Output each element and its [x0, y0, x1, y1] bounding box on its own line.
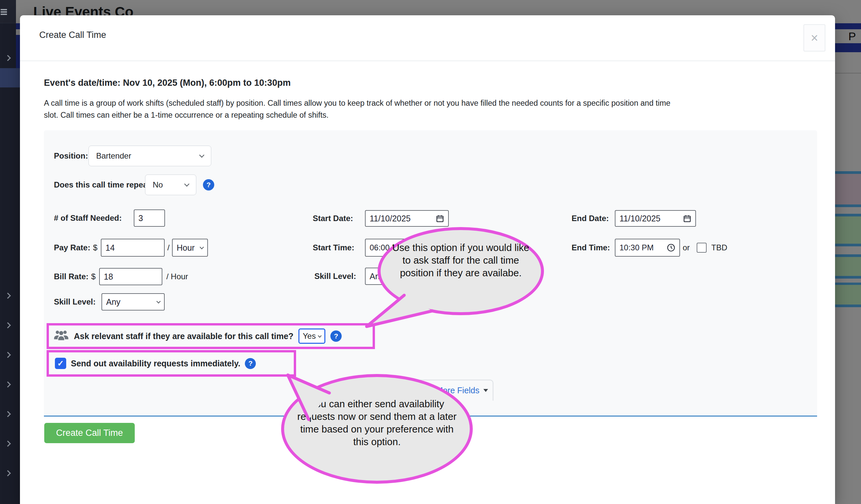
- people-icon: [54, 329, 69, 343]
- modal-title: Create Call Time: [39, 30, 106, 40]
- currency-symbol: $: [93, 243, 97, 252]
- position-value: Bartender: [96, 151, 131, 160]
- question-glyph: ?: [334, 332, 338, 340]
- repeat-value: No: [153, 180, 163, 190]
- event-datetime-heading: Event's date/time: Nov 10, 2025 (Mon), 6…: [44, 78, 291, 88]
- or-label: or: [683, 239, 690, 257]
- currency-symbol: $: [91, 272, 95, 281]
- ask-available-help-icon[interactable]: ?: [330, 331, 342, 342]
- question-glyph: ?: [207, 181, 211, 189]
- ask-callout-text: Use this option if you would like to ask…: [387, 241, 534, 279]
- skill-level-value: Any: [106, 297, 120, 307]
- pay-rate-unit-value: Hour: [177, 243, 195, 253]
- bill-rate-unit: / Hour: [166, 268, 188, 285]
- send-callout-bubble: You can either send availability request…: [281, 374, 473, 484]
- start-date-label: Start Date:: [313, 214, 353, 223]
- check-icon: ✓: [57, 359, 64, 368]
- bill-rate-label: Bill Rate:: [54, 272, 88, 281]
- start-date-input[interactable]: 11/10/2025: [365, 210, 449, 227]
- screen: Live Events Co P Create Call Time: [0, 0, 861, 504]
- close-button[interactable]: ×: [804, 24, 825, 52]
- start-time-label: Start Time:: [313, 243, 354, 252]
- chevron-down-icon: [318, 334, 322, 337]
- description-line-1: A call time is a group of work shifts (s…: [44, 99, 670, 107]
- repeat-help-icon[interactable]: ?: [203, 179, 214, 191]
- send-immediately-label: Send out availability requests immediate…: [71, 359, 240, 368]
- chevron-down-icon: [156, 299, 161, 304]
- calendar-icon[interactable]: [436, 214, 444, 223]
- description-line-2: slot. Call times can either be a 1-time …: [44, 111, 329, 120]
- end-time-label: End Time:: [572, 243, 610, 252]
- end-time-value: 10:30 PM: [619, 243, 654, 252]
- skill-level-select[interactable]: Any: [101, 293, 165, 310]
- ask-callout-bubble: Use this option if you would like to ask…: [378, 227, 544, 315]
- chevron-down-icon: [200, 245, 204, 249]
- tbd-checkbox[interactable]: [697, 243, 707, 253]
- bill-rate-value: 18: [104, 272, 113, 282]
- chevron-down-icon: [199, 152, 205, 157]
- clock-icon[interactable]: [667, 243, 675, 252]
- sidebar-item-active[interactable]: [0, 68, 20, 87]
- header-divider: [20, 60, 835, 61]
- staff-needed-input[interactable]: 3: [134, 209, 165, 227]
- pay-rate-input[interactable]: 14: [101, 239, 165, 257]
- send-immediately-help-icon[interactable]: ?: [245, 358, 256, 369]
- ask-available-highlight: Ask relevant staff if they are available…: [46, 323, 375, 349]
- position-select[interactable]: Bartender: [88, 145, 211, 166]
- pay-rate-label: Pay Rate:: [54, 243, 90, 252]
- send-callout-text: You can either send availability request…: [293, 397, 461, 448]
- skill-level-label: Skill Level:: [54, 297, 95, 307]
- rate-divider: /: [167, 239, 170, 257]
- mid-skill-level-label: Skill Level:: [314, 271, 356, 281]
- calendar-icon[interactable]: [683, 214, 691, 223]
- ask-available-label: Ask relevant staff if they are available…: [74, 332, 293, 341]
- chevron-down-icon: [184, 181, 190, 186]
- send-immediately-highlight: ✓ Send out availability requests immedia…: [46, 350, 296, 377]
- pay-rate-value: 14: [106, 243, 115, 253]
- staff-needed-value: 3: [138, 213, 143, 223]
- repeat-select[interactable]: No: [145, 174, 196, 195]
- triangle-down-icon: [483, 389, 488, 392]
- pay-rate-unit-select[interactable]: Hour: [172, 239, 208, 257]
- end-time-input[interactable]: 10:30 PM: [615, 239, 680, 257]
- hamburger-menu-icon[interactable]: [1, 9, 7, 15]
- tbd-label: TBD: [711, 239, 727, 257]
- ask-available-select[interactable]: Yes: [298, 328, 325, 344]
- bill-rate-input[interactable]: 18: [99, 268, 162, 285]
- question-glyph: ?: [248, 359, 253, 367]
- sidebar-extension: [16, 87, 20, 504]
- start-date-value: 11/10/2025: [370, 214, 411, 223]
- repeat-label: Does this call time repeat?: [54, 180, 155, 190]
- close-icon: ×: [811, 31, 818, 44]
- end-date-value: 11/10/2025: [619, 214, 660, 223]
- create-call-time-button[interactable]: Create Call Time: [44, 423, 135, 443]
- call-time-description: A call time is a group of work shifts (s…: [44, 97, 809, 121]
- ask-available-value: Yes: [303, 332, 316, 341]
- send-immediately-checkbox[interactable]: ✓: [55, 358, 66, 369]
- end-date-label: End Date:: [572, 214, 609, 223]
- end-date-input[interactable]: 11/10/2025: [615, 210, 696, 227]
- staff-needed-label: # of Staff Needed:: [54, 213, 122, 223]
- position-label: Position:: [54, 151, 88, 160]
